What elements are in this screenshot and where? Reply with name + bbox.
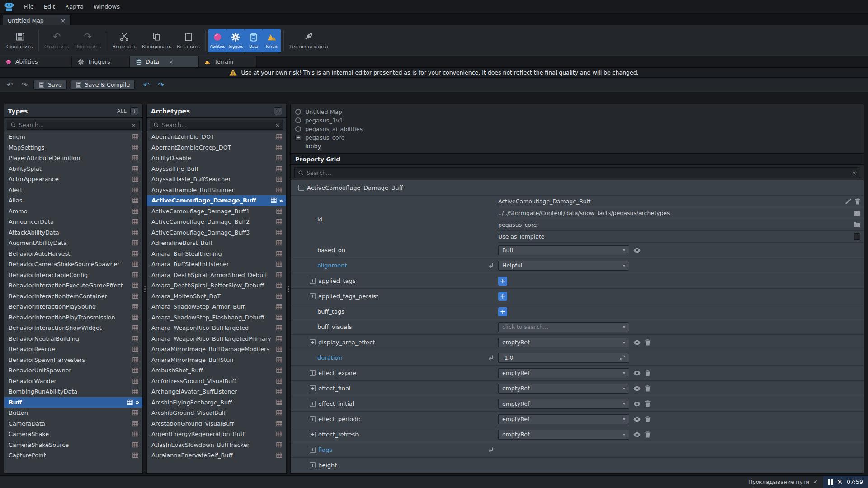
- list-item[interactable]: BombingRunAbilityData: [4, 386, 142, 397]
- eye-icon[interactable]: [633, 431, 641, 438]
- list-item[interactable]: AbyssalTrample_BuffStunner: [147, 185, 286, 196]
- types-all-filter[interactable]: ALL: [117, 108, 127, 114]
- toolbar-button-cut[interactable]: Вырезать: [110, 28, 139, 54]
- undo-blue-icon[interactable]: ↶: [141, 80, 152, 89]
- list-item[interactable]: ArchangelAvatar_BuffListener: [147, 386, 286, 397]
- list-item[interactable]: ArgentEnergyRegeneration_Buff: [147, 429, 286, 440]
- list-item[interactable]: BehaviorCameraShakeSourceSpawner: [4, 259, 142, 270]
- trash-icon[interactable]: [645, 431, 651, 438]
- list-item[interactable]: ActiveCamouflage_Damage_Buff»: [147, 195, 286, 206]
- add-applied_tags-button[interactable]: +: [498, 277, 507, 286]
- list-item[interactable]: Ammo: [4, 206, 142, 217]
- list-item[interactable]: AuralannaEnervateSelf_Buff: [147, 450, 286, 461]
- add-type-button[interactable]: +: [130, 107, 138, 115]
- based_on-dropdown[interactable]: Buff▾: [498, 245, 629, 255]
- expand-icon[interactable]: +: [310, 416, 316, 422]
- expand-icon[interactable]: +: [310, 370, 316, 376]
- expand-icon[interactable]: +: [310, 278, 316, 284]
- effect_final-dropdown[interactable]: emptyRef▾: [498, 384, 629, 394]
- chevrons-icon[interactable]: »: [135, 399, 138, 406]
- list-item[interactable]: BehaviorInteractionItemContainer: [4, 291, 142, 302]
- list-item[interactable]: CameraData: [4, 418, 142, 429]
- undo-icon[interactable]: ↶: [5, 80, 15, 89]
- effect_periodic-dropdown[interactable]: emptyRef▾: [498, 414, 629, 424]
- effect_expire-dropdown[interactable]: emptyRef▾: [498, 368, 629, 378]
- list-item[interactable]: BehaviorInteractionExecuteGameEffect: [4, 280, 142, 291]
- eye-icon[interactable]: [633, 339, 641, 346]
- list-item[interactable]: BehaviorAutoHarvest: [4, 249, 142, 259]
- toolbar-button-redo[interactable]: ↷Повторить: [72, 28, 104, 54]
- add-archetype-button[interactable]: +: [274, 107, 282, 115]
- expand-icon[interactable]: +: [310, 293, 316, 299]
- panel-splitter[interactable]: [287, 104, 290, 474]
- tree-item-pegasus-core[interactable]: +pegasus_core: [295, 133, 864, 142]
- list-item[interactable]: CameraShakeSource: [4, 440, 142, 450]
- save-compile-button[interactable]: Save & Compile: [71, 80, 135, 90]
- reset-icon[interactable]: [488, 355, 494, 361]
- list-item[interactable]: Buff»: [4, 397, 142, 408]
- effect_refresh-dropdown[interactable]: emptyRef▾: [498, 430, 629, 440]
- expand-icon[interactable]: +: [310, 385, 316, 391]
- id-package-field[interactable]: pegasus_core: [498, 219, 864, 231]
- toolbar-button-data[interactable]: Data: [245, 29, 263, 52]
- list-item[interactable]: Amara_MoltenShot_DoT: [147, 291, 286, 302]
- list-item[interactable]: AmaraMirrorImage_BuffStun: [147, 355, 286, 366]
- list-item[interactable]: Amara_WeaponRico_BuffTargetedPrimary: [147, 333, 286, 344]
- list-item[interactable]: ArcshipFlyingRecharge_Buff: [147, 397, 286, 408]
- eye-icon[interactable]: [633, 370, 641, 377]
- list-item[interactable]: BehaviorNeutralBuilding: [4, 333, 142, 344]
- redo-blue-icon[interactable]: ↷: [156, 80, 166, 89]
- toolbar-button-terrain[interactable]: Terrain: [263, 29, 281, 52]
- list-item[interactable]: AttackAbilityData: [4, 227, 142, 238]
- list-item[interactable]: BehaviorInteractableConfig: [4, 270, 142, 281]
- list-item[interactable]: PlayerAttributeDefinition: [4, 153, 142, 164]
- menu-item-0[interactable]: File: [19, 0, 39, 13]
- add-buff_tags-button[interactable]: +: [498, 307, 507, 316]
- list-item[interactable]: AnnouncerData: [4, 216, 142, 227]
- id-path-field[interactable]: ../../Stormgate/Content/data/snow_facts/…: [498, 207, 864, 219]
- eye-icon[interactable]: [633, 385, 641, 392]
- list-item[interactable]: AtlasInEvacSlowdown_BuffTracker: [147, 440, 286, 450]
- list-item[interactable]: BehaviorRescue: [4, 344, 142, 355]
- trash-icon[interactable]: [645, 416, 651, 422]
- expand-icon[interactable]: +: [310, 432, 316, 437]
- clear-search-icon[interactable]: ×: [275, 122, 280, 128]
- expand-icon[interactable]: +: [310, 401, 316, 407]
- close-icon[interactable]: ×: [51, 17, 66, 24]
- list-item[interactable]: BehaviorUnitSpawner: [4, 365, 142, 376]
- toolbar-button-paste[interactable]: Вставить: [174, 28, 203, 54]
- trash-icon[interactable]: [645, 400, 651, 407]
- list-item[interactable]: BehaviorInteractionPlaySound: [4, 301, 142, 312]
- list-item[interactable]: Amara_BuffStealthListener: [147, 259, 286, 270]
- add-applied_tags_persist-button[interactable]: +: [498, 292, 507, 301]
- clear-search-icon[interactable]: ×: [131, 122, 136, 128]
- list-item[interactable]: Amara_ShadowStep_Flashbang_Debuff: [147, 312, 286, 323]
- list-item[interactable]: ActiveCamouflage_Damage_Buff1: [147, 206, 286, 217]
- list-item[interactable]: AmaraMirrorImage_BuffDamageModifers: [147, 344, 286, 355]
- folder-icon[interactable]: [854, 222, 860, 228]
- expand-icon[interactable]: +: [310, 447, 316, 453]
- expand-icon[interactable]: +: [310, 462, 316, 468]
- chevrons-icon[interactable]: »: [279, 197, 282, 204]
- trash-icon[interactable]: [645, 339, 651, 346]
- list-item[interactable]: ActiveCamouflage_Damage_Buff3: [147, 227, 286, 238]
- pencil-icon[interactable]: [845, 198, 851, 205]
- archetypes-search-input[interactable]: [162, 122, 272, 128]
- tree-item-untitled-map[interactable]: Untitled Map: [295, 108, 864, 116]
- list-item[interactable]: AmbushShot_Buff: [147, 365, 286, 376]
- list-item[interactable]: Alias: [4, 195, 142, 206]
- list-item[interactable]: BehaviorSpawnHarvesters: [4, 355, 142, 366]
- duration-field[interactable]: -1,0: [498, 353, 629, 363]
- list-item[interactable]: Button: [4, 408, 142, 418]
- alignment-dropdown[interactable]: Helpful▾: [498, 261, 629, 271]
- expand-icon[interactable]: +: [310, 339, 316, 345]
- list-item[interactable]: ActorAppearance: [4, 174, 142, 185]
- toolbar-button-undo[interactable]: ↶Отменить: [42, 28, 72, 54]
- toolbar-button-test-map[interactable]: Тестовая карта: [287, 28, 330, 54]
- menu-item-3[interactable]: Windows: [89, 0, 125, 13]
- types-search-input[interactable]: [19, 122, 128, 128]
- trash-icon[interactable]: [645, 385, 651, 392]
- list-item[interactable]: AberrantZombieCreep_DOT: [147, 142, 286, 153]
- menu-item-1[interactable]: Edit: [39, 0, 60, 13]
- property-search-input[interactable]: [307, 169, 849, 176]
